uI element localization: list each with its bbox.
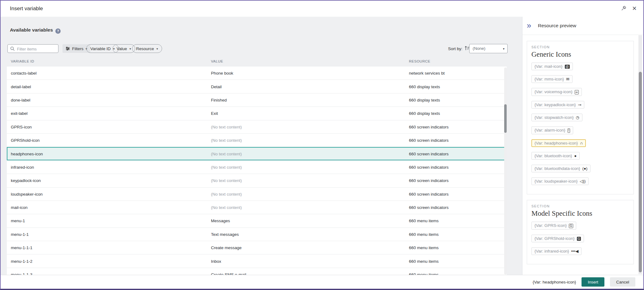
bluetooth-icon: ● xyxy=(574,154,577,158)
table-row[interactable]: menu-1 Messages 660 menu items xyxy=(7,214,507,227)
chevron-down-icon: ▾ xyxy=(130,47,131,50)
pin-icon[interactable] xyxy=(620,5,627,11)
table-row[interactable]: menu-1-1-1 Create message 660 menu items xyxy=(7,241,507,254)
variable-chip[interactable]: {Var: keypadlock-icon}⊸ xyxy=(531,101,584,109)
sliders-icon xyxy=(66,46,70,51)
cell-value: Create message xyxy=(211,245,242,250)
sort-by-select[interactable]: (None) ▾ xyxy=(469,44,508,53)
insert-variable-dialog: Insert variable × Available variables? F… xyxy=(0,0,644,290)
variable-chip[interactable]: {Var: infrared-icon}•••◀ xyxy=(531,247,582,255)
resource-preview-body: SECTION Generic Icons {Var: mail-icon}@ … xyxy=(522,35,638,275)
cell-value: Text messages xyxy=(211,232,239,236)
filter-pill-resource[interactable]: Resource ▾ xyxy=(132,44,162,53)
available-variables-heading: Available variables? xyxy=(10,27,61,34)
preview-section: SECTION Model Specific Icons {Var: GPRS-… xyxy=(527,200,634,264)
table-row[interactable]: infrared-icon (No text content) 660 scre… xyxy=(7,161,507,174)
voicemsg-icon: ∞ xyxy=(575,90,579,94)
variable-chip[interactable]: {Var: mail-icon}@ xyxy=(531,63,573,70)
close-icon[interactable]: × xyxy=(630,4,638,13)
table-row[interactable]: mail-icon (No text content) 660 screen i… xyxy=(7,201,507,214)
cell-resource: 660 menu items xyxy=(409,245,439,250)
variable-chip[interactable]: {Var: voicemsg-icon}∞ xyxy=(531,88,582,96)
table-row[interactable]: menu-1-1 Text messages 660 menu items xyxy=(7,228,507,241)
variable-chip[interactable]: {Var: mms-icon}✉ xyxy=(531,75,573,83)
section-label: SECTION xyxy=(531,45,629,49)
cancel-button[interactable]: Cancel xyxy=(610,277,635,287)
pill-label: Variable ID xyxy=(90,46,111,51)
cell-resource: network services bt xyxy=(409,71,445,76)
search-input[interactable] xyxy=(16,45,58,53)
variable-chip[interactable]: {Var: bluetooth-icon}● xyxy=(531,152,580,160)
chip-label: {Var: infrared-icon} xyxy=(535,249,569,253)
sort-direction-icon[interactable] xyxy=(464,45,470,52)
table-row[interactable]: exit-label Exit 660 display texts xyxy=(7,107,507,120)
pill-label: Value xyxy=(117,46,127,51)
chip-label: {Var: alarm-icon} xyxy=(535,128,565,132)
variable-chip[interactable]: {Var: alarm-icon}! xyxy=(531,126,573,134)
table-row[interactable]: GPRShold-icon (No text content) 660 scre… xyxy=(7,134,507,147)
table-row[interactable]: loudspeaker-icon (No text content) 660 s… xyxy=(7,188,507,201)
chip-label: {Var: bluetooth-icon} xyxy=(535,154,572,158)
cell-value: Messages xyxy=(211,219,230,223)
cell-value: Detail xyxy=(211,84,222,89)
table-row[interactable]: contacts-label Phone book network servic… xyxy=(7,67,507,80)
cell-value: (No text content) xyxy=(211,124,242,129)
bluetoothdata-icon: (●) xyxy=(582,166,588,171)
mail-icon: @ xyxy=(565,65,570,69)
headphones-icon: ∩ xyxy=(580,141,583,145)
variable-chip[interactable]: {Var: stopwatch-icon}◷ xyxy=(531,114,582,121)
keypadlock-icon: ⊸ xyxy=(578,102,581,107)
variable-chip[interactable]: {Var: headphones-icon}∩ xyxy=(531,139,586,147)
table-row[interactable]: menu-1-1-2 Inbox 660 menu items xyxy=(7,254,507,268)
cell-variable-id: detail-label xyxy=(11,84,31,89)
table-row[interactable]: done-label Finished 660 display texts xyxy=(7,93,507,107)
section-chips: {Var: mail-icon}@ {Var: mms-icon}✉ {Var:… xyxy=(531,63,629,185)
chip-label: {Var: voicemsg-icon} xyxy=(535,89,573,94)
variable-chip[interactable]: {Var: loudspeaker-icon}◁)) xyxy=(531,177,589,185)
cell-resource: 660 screen indicators xyxy=(409,178,449,183)
collapse-panel-icon[interactable]: » xyxy=(527,19,531,32)
cell-value: Inbox xyxy=(211,259,221,263)
cell-variable-id: menu-1 xyxy=(11,219,25,223)
variable-chip[interactable]: {Var: bluetoothdata-icon}(●) xyxy=(531,165,590,172)
chip-label: {Var: GPRS-icon} xyxy=(535,223,567,228)
column-header-variable-id: VARIABLE ID xyxy=(11,59,34,63)
variable-chip[interactable]: {Var: GPRShold-icon}G xyxy=(531,235,584,242)
cell-variable-id: GPRS-icon xyxy=(11,124,32,129)
table-row[interactable]: menu-1-1-3 Create SMS e-mail 660 menu it… xyxy=(7,268,507,275)
cell-variable-id: contacts-label xyxy=(11,71,36,76)
chip-label: {Var: keypadlock-icon} xyxy=(535,102,576,107)
selected-variable-label: {Var: headphones-icon} xyxy=(533,280,576,284)
GPRShold-icon: G xyxy=(577,237,581,241)
chip-label: {Var: bluetoothdata-icon} xyxy=(535,166,580,171)
panel-scrollbar-thumb[interactable] xyxy=(639,72,642,272)
cell-value: Phone book xyxy=(211,71,233,76)
cell-resource: 660 display texts xyxy=(409,97,440,102)
cell-value: (No text content) xyxy=(211,205,242,210)
infrared-icon: •••◀ xyxy=(571,249,579,253)
table-row[interactable]: keypadlock-icon (No text content) 660 sc… xyxy=(7,174,507,187)
dialog-footer: {Var: headphones-icon} Insert Cancel xyxy=(1,275,643,289)
cell-value: (No text content) xyxy=(211,178,242,183)
table-row[interactable]: headphones-icon (No text content) 660 sc… xyxy=(7,147,507,160)
help-icon[interactable]: ? xyxy=(55,28,61,34)
cell-resource: 660 display texts xyxy=(409,111,440,116)
pill-label: Resource xyxy=(136,46,154,51)
section-title: Model Specific Icons xyxy=(531,210,629,218)
cell-variable-id: loudspeaker-icon xyxy=(11,192,43,196)
table-row[interactable]: GPRS-icon (No text content) 660 screen i… xyxy=(7,120,507,134)
chevron-down-icon: ▾ xyxy=(503,47,504,50)
dialog-titlebar: Insert variable × xyxy=(1,1,643,17)
table-scrollbar-thumb[interactable] xyxy=(504,104,507,133)
table-row[interactable]: detail-label Detail 660 display texts xyxy=(7,80,507,93)
table-scrollbar-track xyxy=(504,67,507,275)
cell-value: (No text content) xyxy=(211,192,242,196)
cell-resource: 660 screen indicators xyxy=(409,205,449,210)
resource-preview-panel: » Resource preview SECTION Generic Icons… xyxy=(522,17,643,275)
variable-chip[interactable]: {Var: GPRS-icon}G xyxy=(531,222,576,230)
filter-pill-value[interactable]: Value ▾ xyxy=(113,44,135,53)
chip-label: {Var: GPRShold-icon} xyxy=(535,236,575,241)
available-variables-label: Available variables xyxy=(10,27,53,32)
cell-variable-id: headphones-icon xyxy=(11,151,43,156)
insert-button[interactable]: Insert xyxy=(582,277,604,287)
